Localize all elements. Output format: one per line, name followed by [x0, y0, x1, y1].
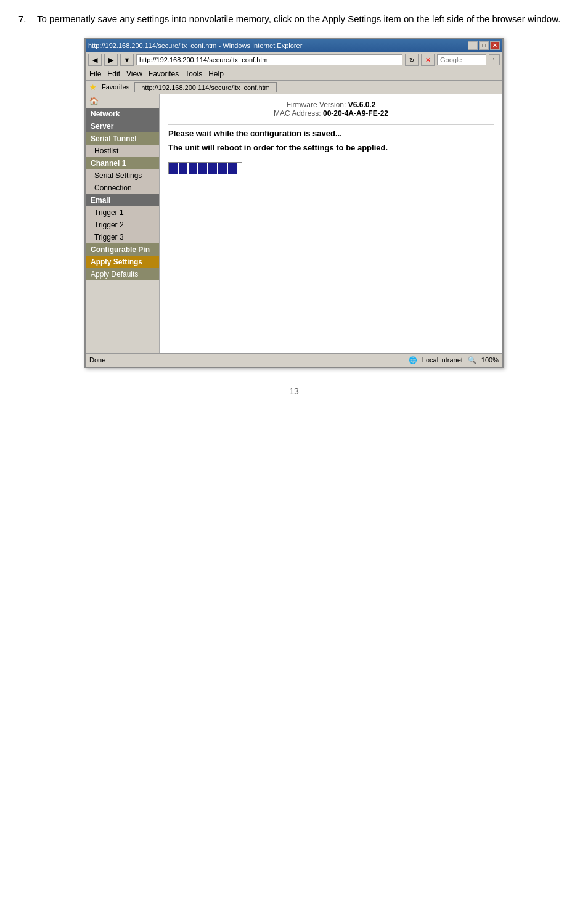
page-number: 13	[289, 386, 299, 396]
sidebar-item-email[interactable]: Email	[86, 194, 159, 206]
sidebar-item-trigger1[interactable]: Trigger 1	[86, 206, 159, 219]
sidebar-item-serial-settings[interactable]: Serial Settings	[86, 169, 159, 182]
progress-bar	[168, 162, 242, 174]
status-right: 🌐 Local intranet 🔍 100%	[409, 356, 499, 364]
sidebar-item-trigger2[interactable]: Trigger 2	[86, 219, 159, 231]
sidebar: 🏠 Network Server Serial Tunnel Hostlist …	[86, 94, 160, 353]
network-icon: 🌐	[409, 356, 417, 364]
menu-file[interactable]: File	[89, 70, 101, 78]
sidebar-item-trigger3[interactable]: Trigger 3	[86, 231, 159, 243]
divider	[168, 124, 494, 125]
minimize-button[interactable]: ─	[468, 41, 478, 50]
instruction-block: 7. To permenatly save any settings into …	[18, 12, 570, 26]
address-bar: ◀ ▶ ▼ ↻ ✕ →	[86, 52, 502, 68]
search-input[interactable]	[437, 54, 486, 65]
menu-tools[interactable]: Tools	[185, 70, 202, 78]
browser-tab[interactable]: http://192.168.200.114/secure/ltx_conf.h…	[134, 82, 277, 92]
sidebar-item-server[interactable]: Server	[86, 120, 159, 132]
instruction-text: To permenatly save any settings into non…	[37, 14, 560, 24]
status-bar: Done 🌐 Local intranet 🔍 100%	[86, 353, 502, 367]
network-label: Local intranet	[422, 356, 463, 364]
firmware-version-label: Firmware Version:	[287, 100, 346, 109]
favorites-label[interactable]: Favorites	[102, 83, 129, 91]
menu-view[interactable]: View	[126, 70, 142, 78]
refresh-icon[interactable]: ↻	[405, 54, 419, 66]
zoom-label: 100%	[481, 356, 499, 364]
menu-favorites[interactable]: Favorites	[149, 70, 179, 78]
forward-button[interactable]: ▶	[104, 54, 118, 66]
dropdown-button[interactable]: ▼	[120, 54, 134, 66]
mac-address-value: 00-20-4A-A9-FE-22	[323, 109, 388, 118]
menu-edit[interactable]: Edit	[107, 70, 120, 78]
sidebar-item-channel1[interactable]: Channel 1	[86, 157, 159, 169]
status-message: Please wait while the configuration is s…	[168, 129, 494, 138]
address-input[interactable]	[136, 54, 402, 65]
sidebar-item-network[interactable]: Network	[86, 108, 159, 120]
go-button[interactable]: →	[489, 54, 500, 65]
stop-icon[interactable]: ✕	[421, 54, 435, 66]
favorites-star-icon: ★	[89, 83, 97, 92]
sidebar-item-apply-defaults[interactable]: Apply Defaults	[86, 268, 159, 280]
progress-segment	[179, 163, 187, 174]
sidebar-item-hostlist[interactable]: Hostlist	[86, 145, 159, 157]
main-content: Firmware Version: V6.6.0.2 MAC Address: …	[160, 94, 502, 353]
progress-segment	[198, 163, 207, 174]
progress-segment	[228, 163, 237, 174]
sidebar-item-serial-tunnel[interactable]: Serial Tunnel	[86, 132, 159, 145]
reboot-message: The unit will reboot in order for the se…	[168, 143, 494, 152]
menu-help[interactable]: Help	[208, 70, 224, 78]
browser-content: 🏠 Network Server Serial Tunnel Hostlist …	[86, 94, 502, 353]
title-bar-buttons: ─ □ ✕	[468, 41, 500, 50]
title-bar: http://192.168.200.114/secure/ltx_conf.h…	[86, 39, 502, 52]
firmware-info: Firmware Version: V6.6.0.2 MAC Address: …	[168, 100, 494, 118]
mac-address-label: MAC Address:	[274, 109, 321, 118]
progress-segment	[218, 163, 227, 174]
back-button[interactable]: ◀	[88, 54, 102, 66]
sidebar-item-apply-settings[interactable]: Apply Settings	[86, 256, 159, 268]
sidebar-item-connection[interactable]: Connection	[86, 182, 159, 194]
title-bar-text: http://192.168.200.114/secure/ltx_conf.h…	[88, 42, 302, 49]
progress-segment	[169, 163, 178, 174]
progress-segment	[208, 163, 217, 174]
progress-segment	[189, 163, 197, 174]
browser-window: http://192.168.200.114/secure/ltx_conf.h…	[84, 38, 504, 368]
page-footer: 13	[18, 386, 570, 396]
favorites-bar: ★ Favorites http://192.168.200.114/secur…	[86, 81, 502, 94]
sidebar-home[interactable]: 🏠	[86, 94, 159, 108]
home-icon: 🏠	[89, 97, 99, 105]
menu-bar: File Edit View Favorites Tools Help	[86, 68, 502, 81]
zoom-icon: 🔍	[468, 356, 476, 364]
firmware-version-value: V6.6.0.2	[348, 100, 376, 109]
sidebar-item-configurable-pin[interactable]: Configurable Pin	[86, 243, 159, 256]
maximize-button[interactable]: □	[479, 41, 489, 50]
instruction-number: 7.	[18, 12, 27, 26]
close-button[interactable]: ✕	[490, 41, 500, 50]
status-done: Done	[89, 356, 105, 364]
